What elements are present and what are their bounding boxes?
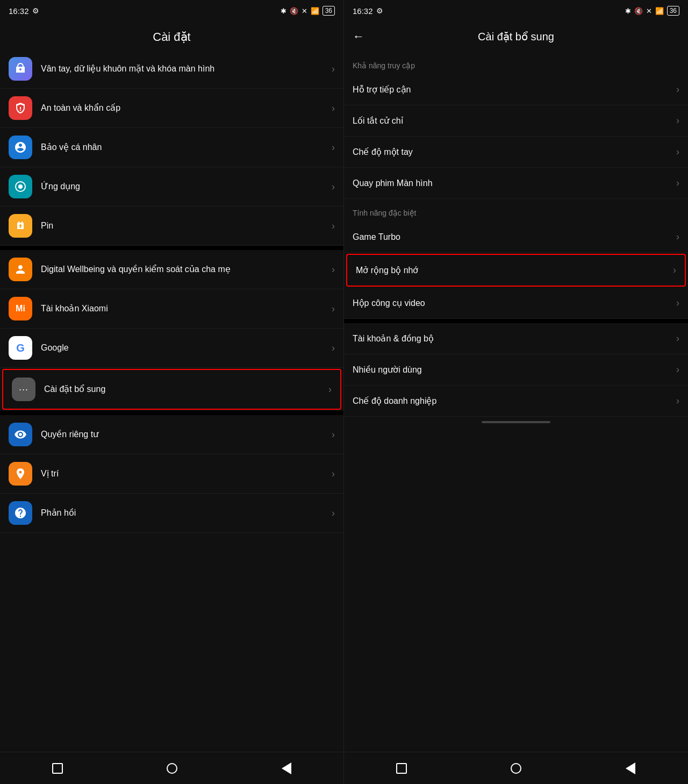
status-left-right: 16:32 ⚙ bbox=[353, 6, 383, 16]
text-antoan: An toàn và khẩn cấp bbox=[41, 103, 332, 114]
settings-item-xiaomi[interactable]: Mi Tài khoản Xiaomi › bbox=[0, 289, 343, 329]
nav-bar-right bbox=[344, 752, 688, 784]
chevron-quayphim: › bbox=[676, 177, 679, 189]
square-icon-left bbox=[52, 763, 63, 774]
settings-item-baove[interactable]: Bảo vệ cá nhân › bbox=[0, 128, 343, 167]
text-caidatbosung: Cài đặt bổ sung bbox=[44, 384, 328, 395]
chevron-wellbeing: › bbox=[332, 264, 335, 275]
text-google: Google bbox=[41, 343, 332, 354]
page-title-left: Cài đặt bbox=[0, 22, 343, 49]
chevron-pin: › bbox=[332, 220, 335, 232]
chevron-antoan: › bbox=[332, 103, 335, 114]
right-item-taikhoan[interactable]: Tài khoản & đồng bộ › bbox=[344, 323, 688, 354]
icon-vitri bbox=[9, 462, 32, 486]
right-item-nhieu[interactable]: Nhiều người dùng › bbox=[344, 354, 688, 386]
divider-right bbox=[344, 319, 688, 323]
mute-icon: 🔇 bbox=[290, 7, 298, 15]
mute-icon-r: 🔇 bbox=[634, 7, 643, 15]
text-hotro: Hỗ trợ tiếp cận bbox=[353, 84, 676, 95]
nav-home-left[interactable] bbox=[161, 758, 183, 779]
settings-list: Vân tay, dữ liệu khuôn mặt và khóa màn h… bbox=[0, 49, 343, 752]
settings-item-wellbeing[interactable]: Digital Wellbeing và quyền kiểm soát của… bbox=[0, 250, 343, 289]
settings-item-ungdung[interactable]: Ứng dụng › bbox=[0, 167, 343, 206]
circle-icon-right bbox=[511, 763, 521, 774]
wifi-icon-r: 📶 bbox=[655, 7, 664, 15]
right-header: ← Cài đặt bổ sung bbox=[344, 22, 688, 52]
triangle-icon-right bbox=[626, 762, 635, 774]
left-panel: 16:32 ⚙ ✱ 🔇 ✕ 📶 36 Cài đặt Vân tay, dữ l… bbox=[0, 0, 344, 784]
gear-icon-right: ⚙ bbox=[376, 6, 383, 15]
right-item-quayphim[interactable]: Quay phim Màn hình › bbox=[344, 168, 688, 199]
nav-back-right[interactable] bbox=[620, 758, 641, 779]
text-phanhoi: Phản hồi bbox=[41, 508, 332, 519]
right-item-hopcongu[interactable]: Hộp công cụ video › bbox=[344, 288, 688, 319]
chevron-quyen: › bbox=[332, 429, 335, 440]
chevron-gameturbo: › bbox=[676, 231, 679, 243]
settings-item-vantan[interactable]: Vân tay, dữ liệu khuôn mặt và khóa màn h… bbox=[0, 49, 343, 89]
back-button[interactable]: ← bbox=[353, 30, 364, 44]
status-right-left: ✱ 🔇 ✕ 📶 36 bbox=[281, 6, 335, 16]
svg-point-0 bbox=[18, 184, 23, 189]
chevron-ungdung: › bbox=[332, 181, 335, 193]
nav-home-right[interactable] bbox=[505, 758, 527, 779]
settings-item-quyen[interactable]: Quyền riêng tư › bbox=[0, 415, 343, 454]
icon-pin bbox=[9, 214, 32, 238]
icon-caidatbosung: ··· bbox=[12, 377, 35, 401]
settings-item-phanhoi[interactable]: Phản hồi › bbox=[0, 494, 343, 533]
nav-square-left[interactable] bbox=[47, 758, 68, 779]
icon-phanhoi bbox=[9, 501, 32, 525]
text-baove: Bảo vệ cá nhân bbox=[41, 142, 332, 153]
divider-1 bbox=[0, 246, 343, 250]
chevron-hotro: › bbox=[676, 84, 679, 95]
chevron-baove: › bbox=[332, 142, 335, 153]
icon-quyen bbox=[9, 423, 32, 446]
icon-baove bbox=[9, 136, 32, 159]
nav-square-right[interactable] bbox=[391, 758, 412, 779]
square-icon-right bbox=[396, 763, 407, 774]
bluetooth-icon-r: ✱ bbox=[625, 7, 631, 15]
time-right: 16:32 bbox=[353, 6, 373, 16]
right-page-title: Cài đặt bổ sung bbox=[371, 30, 661, 43]
right-panel: 16:32 ⚙ ✱ 🔇 ✕ 📶 36 ← Cài đặt bổ sung Khả… bbox=[344, 0, 688, 784]
status-bar-right: 16:32 ⚙ ✱ 🔇 ✕ 📶 36 bbox=[344, 0, 688, 22]
chevron-caidatbosung: › bbox=[328, 384, 332, 395]
text-wellbeing: Digital Wellbeing và quyền kiểm soát của… bbox=[41, 264, 332, 275]
chevron-nhieu: › bbox=[676, 364, 679, 375]
settings-item-google[interactable]: G Google › bbox=[0, 329, 343, 368]
text-taikhoan: Tài khoản & đồng bộ bbox=[353, 333, 676, 344]
text-xiaomi: Tài khoản Xiaomi bbox=[41, 303, 332, 315]
right-item-hotro[interactable]: Hỗ trợ tiếp cận › bbox=[344, 74, 688, 105]
text-gameturbo: Game Turbo bbox=[353, 232, 676, 242]
wifi-icon: 📶 bbox=[311, 7, 319, 15]
settings-item-vitri[interactable]: Vị trí › bbox=[0, 454, 343, 494]
icon-wellbeing bbox=[9, 258, 32, 281]
right-item-gameturbo[interactable]: Game Turbo › bbox=[344, 222, 688, 253]
battery-left: 36 bbox=[322, 6, 335, 16]
nfc-icon-r: ✕ bbox=[646, 7, 652, 15]
circle-icon-left bbox=[167, 763, 177, 774]
icon-google: G bbox=[9, 336, 32, 360]
settings-item-pin[interactable]: Pin › bbox=[0, 206, 343, 246]
nav-back-left[interactable] bbox=[276, 758, 297, 779]
chevron-hopcongu: › bbox=[676, 297, 679, 309]
nav-bar-left bbox=[0, 752, 343, 784]
chevron-vantan: › bbox=[332, 63, 335, 75]
chevron-google: › bbox=[332, 343, 335, 354]
section-label-khanang: Khả năng truy cập bbox=[344, 52, 688, 74]
divider-2 bbox=[0, 411, 343, 415]
nfc-icon: ✕ bbox=[302, 7, 307, 15]
time-left: 16:32 bbox=[9, 6, 29, 16]
right-item-loitat[interactable]: Lối tắt cử chỉ › bbox=[344, 105, 688, 137]
right-item-chedomottay[interactable]: Chế độ một tay › bbox=[344, 137, 688, 168]
text-vantan: Vân tay, dữ liệu khuôn mặt và khóa màn h… bbox=[41, 63, 332, 75]
chevron-xiaomi: › bbox=[332, 303, 335, 315]
chevron-loitat: › bbox=[676, 115, 679, 126]
icon-antoan bbox=[9, 96, 32, 120]
right-item-morong[interactable]: Mở rộng bộ nhớ › bbox=[346, 254, 686, 287]
settings-item-caidatbosung[interactable]: ··· Cài đặt bổ sung › bbox=[2, 369, 341, 410]
settings-item-antoan[interactable]: An toàn và khẩn cấp › bbox=[0, 89, 343, 128]
chevron-chedomottay: › bbox=[676, 146, 679, 158]
battery-right: 36 bbox=[667, 6, 679, 16]
right-item-chedo[interactable]: Chế độ doanh nghiệp › bbox=[344, 386, 688, 417]
icon-xiaomi: Mi bbox=[9, 297, 32, 320]
